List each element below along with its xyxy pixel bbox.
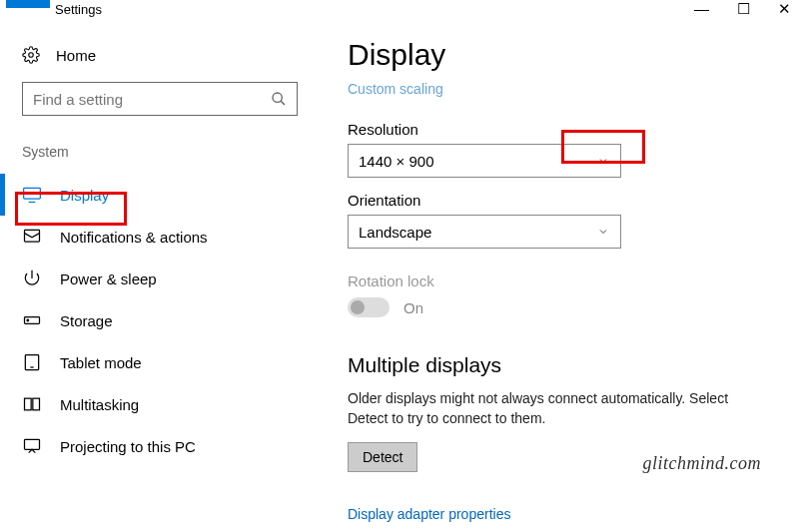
sidebar-item-notifications[interactable]: Notifications & actions bbox=[22, 216, 302, 258]
maximize-button[interactable]: ☐ bbox=[737, 0, 750, 18]
chevron-down-icon bbox=[596, 225, 610, 239]
resolution-label: Resolution bbox=[348, 121, 775, 138]
projecting-icon bbox=[22, 436, 42, 456]
section-label: System bbox=[22, 144, 302, 160]
storage-icon bbox=[22, 310, 42, 330]
notification-icon bbox=[22, 227, 42, 247]
search-field[interactable] bbox=[33, 91, 271, 108]
gear-icon bbox=[22, 46, 40, 64]
window-title: Settings bbox=[55, 2, 102, 17]
chevron-down-icon bbox=[596, 154, 610, 168]
sidebar-item-projecting[interactable]: Projecting to this PC bbox=[22, 425, 302, 467]
resolution-dropdown[interactable]: 1440 × 900 bbox=[348, 144, 621, 178]
orientation-value: Landscape bbox=[359, 224, 431, 241]
sidebar-item-label: Tablet mode bbox=[60, 354, 142, 371]
svg-rect-13 bbox=[25, 439, 40, 449]
page-title: Display bbox=[348, 38, 775, 72]
svg-rect-3 bbox=[24, 188, 41, 199]
tablet-icon bbox=[22, 352, 42, 372]
sidebar-item-storage[interactable]: Storage bbox=[22, 299, 302, 341]
main-content: Display Custom scaling Resolution 1440 ×… bbox=[312, 10, 799, 532]
back-button[interactable] bbox=[6, 0, 50, 8]
search-icon bbox=[271, 91, 287, 107]
home-nav[interactable]: Home bbox=[22, 46, 302, 64]
monitor-icon bbox=[22, 185, 42, 205]
minimize-button[interactable]: — bbox=[694, 0, 709, 18]
rotation-lock-label: Rotation lock bbox=[348, 272, 775, 289]
multiple-displays-heading: Multiple displays bbox=[348, 353, 775, 377]
sidebar-item-label: Projecting to this PC bbox=[60, 438, 196, 455]
sidebar-item-label: Storage bbox=[60, 312, 113, 329]
sidebar-item-power[interactable]: Power & sleep bbox=[22, 258, 302, 299]
custom-scaling-link[interactable]: Custom scaling bbox=[348, 81, 443, 97]
power-icon bbox=[22, 268, 42, 288]
svg-rect-12 bbox=[33, 398, 40, 410]
orientation-label: Orientation bbox=[348, 192, 775, 209]
sidebar-item-label: Multitasking bbox=[60, 396, 139, 413]
resolution-value: 1440 × 900 bbox=[359, 153, 434, 170]
multitasking-icon bbox=[22, 394, 42, 414]
svg-rect-11 bbox=[25, 398, 32, 410]
svg-line-2 bbox=[281, 101, 285, 105]
close-button[interactable]: ✕ bbox=[778, 0, 791, 18]
search-input[interactable] bbox=[22, 82, 298, 116]
sidebar-item-display[interactable]: Display bbox=[22, 174, 302, 216]
sidebar: Home System Display Notifications & acti… bbox=[0, 10, 312, 532]
detect-button[interactable]: Detect bbox=[348, 442, 417, 472]
display-adapter-link[interactable]: Display adapter properties bbox=[348, 506, 510, 522]
rotation-lock-toggle bbox=[348, 297, 390, 317]
sidebar-item-multitasking[interactable]: Multitasking bbox=[22, 383, 302, 425]
home-label: Home bbox=[56, 47, 96, 64]
svg-rect-5 bbox=[25, 230, 40, 242]
rotation-lock-state: On bbox=[403, 299, 423, 316]
orientation-dropdown[interactable]: Landscape bbox=[348, 215, 621, 249]
sidebar-item-label: Display bbox=[60, 187, 109, 204]
svg-point-1 bbox=[273, 93, 282, 102]
sidebar-item-tablet[interactable]: Tablet mode bbox=[22, 341, 302, 383]
sidebar-item-label: Notifications & actions bbox=[60, 229, 208, 246]
nav-list: Display Notifications & actions Power & … bbox=[22, 174, 302, 467]
svg-point-0 bbox=[29, 53, 34, 58]
sidebar-item-label: Power & sleep bbox=[60, 270, 157, 287]
multiple-displays-text: Older displays might not always connect … bbox=[348, 389, 755, 428]
svg-point-8 bbox=[27, 319, 29, 321]
